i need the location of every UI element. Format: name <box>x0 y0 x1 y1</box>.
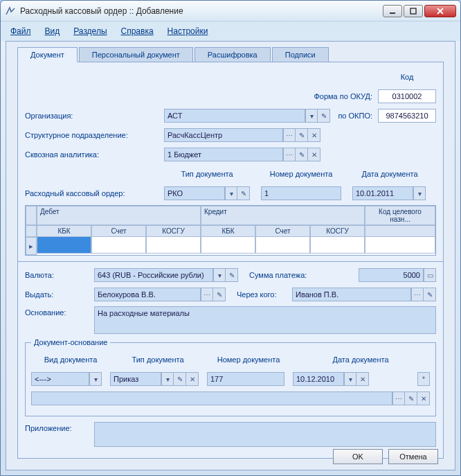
tab-row: Документ Персональный документ Расшифров… <box>6 42 455 62</box>
doc-date-field[interactable] <box>352 186 413 200</box>
debit-credit-grid[interactable]: Дебет Кредит Код целевого назн... КБК Сч… <box>25 205 436 256</box>
menu-sections[interactable]: Разделы <box>73 26 107 36</box>
account-header: Счет <box>91 225 146 237</box>
document-panel: Код Форма по ОКУД: Организация: ▾ ✎ по О… <box>17 62 444 459</box>
grid-cell[interactable] <box>310 237 365 254</box>
calc-icon[interactable]: ▭ <box>424 268 436 282</box>
edit-icon[interactable]: ✎ <box>213 288 226 301</box>
analytics-label: Сквозная аналитика: <box>25 150 164 159</box>
dropdown-icon[interactable]: ▾ <box>413 186 426 200</box>
grid-cell[interactable] <box>146 237 201 254</box>
ellipsis-icon[interactable]: ⋯ <box>283 128 296 142</box>
tab-signatures[interactable]: Подписи <box>272 47 329 62</box>
star-button[interactable]: * <box>417 372 430 386</box>
ellipsis-icon[interactable]: ⋯ <box>283 148 296 161</box>
edit-icon[interactable]: ✎ <box>174 372 186 386</box>
menu-settings[interactable]: Настройки <box>168 26 208 36</box>
cancel-button[interactable]: Отмена <box>388 449 438 464</box>
edit-icon[interactable]: ✎ <box>296 148 308 161</box>
edit-icon[interactable]: ✎ <box>226 268 238 282</box>
ellipsis-icon[interactable]: ⋯ <box>411 288 424 301</box>
issue-to-field[interactable] <box>94 288 201 301</box>
dropdown-icon[interactable]: ▾ <box>89 372 102 386</box>
attachment-label: Приложение: <box>25 422 94 432</box>
basis-extra-field[interactable] <box>31 391 392 405</box>
basis-kind-combo[interactable] <box>31 372 89 386</box>
menu-help[interactable]: Справка <box>121 26 154 36</box>
edit-icon[interactable]: ✎ <box>237 186 250 200</box>
menu-file[interactable]: Файл <box>10 26 31 36</box>
minimize-button[interactable] <box>383 5 402 17</box>
organization-label: Организация: <box>25 112 91 120</box>
credit-group-header: Кредит <box>201 206 365 225</box>
svg-rect-1 <box>410 8 416 14</box>
grid-cell[interactable] <box>365 237 435 254</box>
doc-number-field[interactable] <box>261 186 341 200</box>
window-title: Расходный кассовый ордер :: Добавление <box>20 6 383 16</box>
clear-icon[interactable]: ✕ <box>356 372 369 386</box>
menu-view[interactable]: Вид <box>45 26 60 36</box>
currency-combo[interactable] <box>94 268 213 282</box>
close-button[interactable] <box>424 5 456 17</box>
organization-combo[interactable] <box>164 109 305 123</box>
attachment-field[interactable] <box>94 422 436 447</box>
grid-cell-active[interactable] <box>37 237 91 254</box>
okud-field[interactable] <box>378 89 436 103</box>
basis-type-header: Тип документа <box>110 355 206 364</box>
basis-date-header: Дата документа <box>291 355 430 364</box>
edit-icon[interactable]: ✎ <box>296 128 308 142</box>
currency-label: Валюта: <box>25 271 94 279</box>
through-field[interactable] <box>292 288 411 301</box>
row-marker-icon[interactable]: ▸ <box>26 237 37 255</box>
edit-icon[interactable]: ✎ <box>405 391 417 405</box>
doc-date-header: Дата документа <box>352 170 427 178</box>
basis-kind-header: Вид документа <box>31 355 110 364</box>
okud-label: Форма по ОКУД: <box>314 92 372 100</box>
doc-number-header: Номер документа <box>261 170 341 178</box>
grid-cell[interactable] <box>255 237 310 254</box>
target-code-header: Код целевого назн... <box>365 206 435 225</box>
subdivision-field[interactable] <box>164 128 283 142</box>
lookup-icon[interactable]: ✎ <box>318 109 330 123</box>
kosgu-header-credit: КОСГУ <box>310 225 365 237</box>
tab-decipher[interactable]: Расшифровка <box>195 47 271 62</box>
tab-document[interactable]: Документ <box>17 47 78 62</box>
doc-type-header: Тип документа <box>164 170 250 178</box>
edit-icon[interactable]: ✎ <box>424 288 436 301</box>
dropdown-icon[interactable]: ▾ <box>344 372 356 386</box>
basis-type-combo[interactable] <box>110 372 161 386</box>
ok-button[interactable]: OK <box>333 449 383 464</box>
clear-icon[interactable]: ✕ <box>417 391 430 405</box>
titlebar[interactable]: Расходный кассовый ордер :: Добавление <box>1 1 460 21</box>
client-area: Документ Персональный документ Расшифров… <box>6 41 455 470</box>
payment-sum-field[interactable] <box>359 268 424 282</box>
clear-icon[interactable]: ✕ <box>308 128 320 142</box>
clear-icon[interactable]: ✕ <box>308 148 320 161</box>
ellipsis-icon[interactable]: ⋯ <box>392 391 405 405</box>
window-frame: Расходный кассовый ордер :: Добавление Ф… <box>0 0 461 476</box>
subdivision-label: Структурное подразделение: <box>25 131 164 139</box>
doc-type-combo[interactable] <box>164 186 225 200</box>
code-label: Код <box>378 73 436 81</box>
analytics-field[interactable] <box>164 148 283 161</box>
maximize-button[interactable] <box>404 5 423 17</box>
grid-cell[interactable] <box>201 237 255 254</box>
basis-textarea[interactable]: На расходные материалы <box>94 306 436 334</box>
ellipsis-icon[interactable]: ⋯ <box>201 288 213 301</box>
dropdown-icon[interactable]: ▾ <box>213 268 226 282</box>
through-label: Через кого: <box>237 290 292 299</box>
okpo-field[interactable] <box>378 109 436 123</box>
dropdown-icon[interactable]: ▾ <box>225 186 237 200</box>
grid-cell[interactable] <box>91 237 146 254</box>
clear-icon[interactable]: ✕ <box>186 372 199 386</box>
basis-number-field[interactable] <box>207 372 284 386</box>
dropdown-icon[interactable]: ▾ <box>305 109 318 123</box>
menubar: Файл Вид Разделы Справка Настройки <box>1 21 460 41</box>
debit-group-header: Дебет <box>37 206 201 225</box>
basis-date-field[interactable] <box>293 372 344 386</box>
app-icon <box>5 6 16 17</box>
payment-sum-label: Сумма платежа: <box>249 271 307 279</box>
tab-personal[interactable]: Персональный документ <box>79 47 193 62</box>
dropdown-icon[interactable]: ▾ <box>161 372 174 386</box>
basis-number-header: Номер документа <box>206 355 291 364</box>
